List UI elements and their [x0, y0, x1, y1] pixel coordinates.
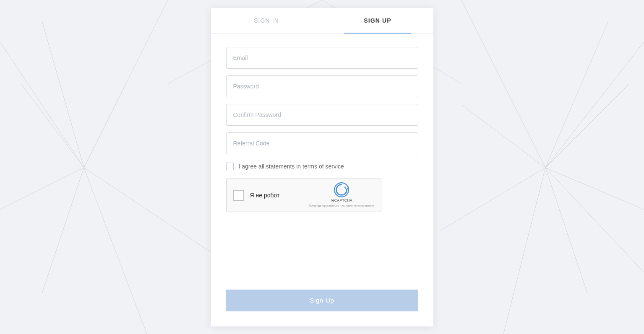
- recaptcha-badge: reCAPTCHA Конфиденциальность · Условия и…: [309, 182, 374, 208]
- svg-line-13: [461, 0, 545, 168]
- terms-label: I agree all statements in terms of servi…: [239, 163, 344, 170]
- svg-line-6: [84, 168, 210, 251]
- recaptcha-logo-icon: [334, 182, 349, 197]
- svg-line-12: [545, 168, 587, 293]
- signup-form: I agree all statements in terms of servi…: [211, 34, 433, 326]
- auth-tabs: SIGN IN SIGN UP: [211, 8, 433, 34]
- svg-line-0: [0, 42, 84, 168]
- svg-line-15: [441, 168, 545, 230]
- svg-line-9: [545, 42, 644, 168]
- confirm-password-field[interactable]: [226, 104, 418, 126]
- svg-line-3: [42, 168, 84, 293]
- password-field[interactable]: [226, 75, 418, 97]
- svg-line-7: [42, 21, 84, 168]
- svg-line-18: [461, 105, 545, 168]
- terms-row: I agree all statements in terms of servi…: [226, 163, 418, 170]
- svg-line-16: [545, 21, 608, 168]
- recaptcha-checkbox[interactable]: [233, 190, 244, 201]
- svg-line-17: [545, 168, 644, 272]
- terms-checkbox[interactable]: [226, 163, 234, 170]
- referral-code-field[interactable]: [226, 132, 418, 154]
- form-spacer: [226, 219, 418, 280]
- svg-line-5: [84, 168, 147, 334]
- signup-button[interactable]: Sign Up: [226, 290, 418, 311]
- svg-line-2: [0, 168, 84, 210]
- tab-signin[interactable]: SIGN IN: [211, 8, 322, 33]
- svg-line-8: [84, 84, 126, 168]
- svg-line-14: [503, 168, 545, 334]
- auth-card: SIGN IN SIGN UP I agree all statements i…: [211, 8, 433, 326]
- recaptcha-widget[interactable]: Я не робот reCAPTCHA Конфиденциальность …: [226, 179, 381, 212]
- svg-line-10: [545, 84, 629, 168]
- tab-signup[interactable]: SIGN UP: [322, 8, 433, 33]
- recaptcha-brand-text: reCAPTCHA: [331, 198, 352, 203]
- svg-line-11: [545, 168, 644, 210]
- email-field[interactable]: [226, 47, 418, 69]
- svg-line-1: [21, 84, 84, 168]
- recaptcha-label: Я не робот: [250, 192, 303, 199]
- recaptcha-subtext: Конфиденциальность · Условия использован…: [309, 204, 374, 208]
